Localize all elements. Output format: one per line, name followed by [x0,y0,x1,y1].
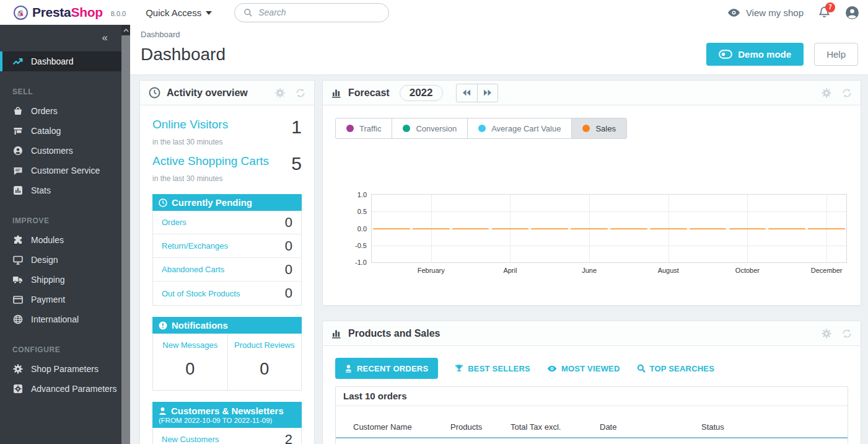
x-axis-tick-label: October [735,267,760,274]
pending-row-orders: Orders 0 [153,211,301,234]
scrollbar-up-button[interactable] [121,25,130,35]
help-button[interactable]: Help [814,43,858,66]
notifications-button[interactable]: 7 [818,6,830,19]
x-axis-tick-label: December [811,267,843,274]
sidebar-item-dashboard[interactable]: Dashboard [0,51,121,71]
page-title: Dashboard [141,45,226,64]
average-cart-value-dot-icon [478,125,486,132]
notifications-header: Notifications [152,317,302,334]
sidebar-item-label: International [31,314,79,324]
table-row [336,438,848,444]
refresh-icon[interactable] [842,329,852,339]
pending-rows: Orders 0 Return/Exchanges 0 Abandoned Ca… [152,211,302,306]
tab-conversion[interactable]: Conversion [392,118,468,139]
sidebar-item-customer-service[interactable]: Customer Service [0,161,121,180]
chart-icon [331,328,342,339]
view-my-shop-link[interactable]: View my shop [727,7,804,18]
row-value: 0 [285,262,292,278]
person-circle-icon [12,146,23,156]
forecast-plot: 1.00.50.0-0.5-1.0FebruaryAprilJuneAugust… [372,195,846,262]
desktop-icon [12,255,23,265]
prestashop-admin-page: PrestaShop 8.0.0 Quick Access View my sh… [0,0,868,444]
sidebar-section-improve: IMPROVE Modules Design Shipping Payment [0,213,121,329]
breadcrumb[interactable]: Dashboard [141,30,858,39]
row-value: 0 [285,238,292,254]
sidebar-item-label: Catalog [31,126,61,136]
sidebar-item-advanced-parameters[interactable]: Advanced Parameters [0,379,121,399]
trophy-icon [455,364,463,373]
refresh-icon[interactable] [842,88,852,98]
row-label-link[interactable]: Return/Exchanges [162,241,228,251]
sidebar-item-label: Advanced Parameters [31,384,117,394]
gear-icon[interactable] [275,88,285,98]
refresh-icon[interactable] [296,88,305,98]
cell-value: 0 [230,360,299,379]
row-label-link[interactable]: Out of Stock Products [162,289,240,298]
chevron-down-icon [206,11,212,15]
puzzle-icon [12,235,23,245]
person-icon [345,365,352,373]
sidebar-item-orders[interactable]: Orders [0,101,121,121]
sidebar-item-label: Shipping [31,275,65,285]
panel-title: Forecast [348,87,390,99]
series-line-segment [729,228,766,229]
tab-top-searches[interactable]: TOP SEARCHES [637,364,715,373]
y-axis-tick-label: -0.5 [355,242,367,249]
tab-sales[interactable]: Sales [571,118,627,139]
row-label-link[interactable]: New Customers [162,435,219,444]
search-input[interactable] [258,7,380,17]
account-menu[interactable] [845,6,859,20]
date-range-label: (FROM 2022-10-09 TO 2022-11-09) [159,417,296,424]
sidebar-item-payment[interactable]: Payment [0,290,121,309]
sidebar-collapse-button[interactable]: « [102,32,108,43]
brand[interactable]: PrestaShop 8.0.0 [14,5,126,20]
tab-average-cart-value[interactable]: Average Cart Value [467,118,572,139]
brand-name: PrestaShop [32,5,103,20]
gear-icon[interactable] [822,88,831,98]
quick-access-menu[interactable]: Quick Access [146,7,212,18]
trending-up-icon [12,56,23,66]
sidebar-item-label: Customers [31,146,73,156]
tab-most-viewed[interactable]: MOST VIEWED [547,364,620,373]
series-line-segment [373,228,410,229]
sidebar-item-catalog[interactable]: Catalog [0,121,121,141]
sidebar: « Dashboard SELL Orders Catalog [0,25,121,444]
row-label-link[interactable]: Orders [162,218,186,227]
metric-label-link[interactable]: Active Shopping Carts [152,154,269,168]
sidebar-item-modules[interactable]: Modules [0,230,121,250]
series-line-segment [492,228,529,229]
cell-label-link[interactable]: Product Reviews [230,340,299,350]
gridline-horizontal [372,246,846,246]
content-header: Dashboard Dashboard Demo mode Help [130,25,868,74]
credit-card-icon [12,295,23,304]
sidebar-item-label: Design [31,255,58,265]
sidebar-item-shop-parameters[interactable]: Shop Parameters [0,359,121,379]
search-icon [243,8,253,17]
sidebar-item-label: Payment [31,295,65,304]
sidebar-item-shipping[interactable]: Shipping [0,270,121,290]
gear-icon[interactable] [822,329,831,339]
orders-table: Customer Name Products Total Tax excl. D… [336,406,848,444]
eye-icon [547,365,557,372]
notif-cell-product-reviews: Product Reviews 0 [227,334,302,390]
row-label-link[interactable]: Abandoned Carts [162,265,224,274]
metric-label-link[interactable]: Online Visitors [152,118,228,131]
truck-icon [12,275,23,285]
sidebar-item-stats[interactable]: Stats [0,180,121,200]
products-and-sales-panel: Products and Sales RECENT ORDERS [322,321,861,444]
sidebar-scrollbar[interactable] [121,25,130,444]
next-year-button[interactable] [477,84,498,102]
series-line-segment [690,228,727,229]
sidebar-item-international[interactable]: International [0,309,121,329]
column-header-total-tax-excl: Total Tax excl. [511,406,600,438]
tab-best-sellers[interactable]: BEST SELLERS [455,364,530,373]
tab-recent-orders[interactable]: RECENT ORDERS [335,358,438,379]
series-line-segment [571,228,608,229]
cell-label-link[interactable]: New Messages [156,340,225,350]
previous-year-button[interactable] [457,84,477,102]
currently-pending-header: Currently Pending [152,194,302,211]
demo-mode-button[interactable]: Demo mode [706,43,804,66]
sidebar-item-customers[interactable]: Customers [0,141,121,161]
tab-traffic[interactable]: Traffic [335,118,392,139]
sidebar-item-design[interactable]: Design [0,250,121,270]
